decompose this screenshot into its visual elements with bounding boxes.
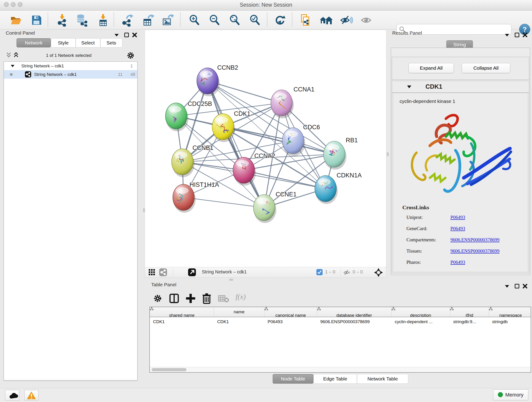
open-session-button[interactable] [10,14,22,27]
close-icon[interactable] [523,284,527,288]
panel-menu-icon[interactable] [114,34,119,36]
tab-edge-table[interactable]: Edge Table [313,374,357,384]
column-header[interactable]: @id [450,307,489,317]
tab-network[interactable]: Network [17,38,51,47]
horizontal-splitter-handle[interactable] [229,279,233,281]
zoom-out-button[interactable] [208,14,221,27]
crosslink-value[interactable]: P06493 [450,215,465,220]
hide-selected-button[interactable] [340,14,353,27]
scrollbar-thumb[interactable] [152,368,186,371]
table-cell[interactable]: CDK1 [214,317,264,326]
crosslink-value[interactable]: P06493 [450,226,465,231]
gene-section-header[interactable]: CDK1 [392,81,529,93]
save-session-button[interactable] [30,14,43,27]
table-cell[interactable]: CDK1 [150,317,214,326]
import-network-database-button[interactable] [76,14,89,27]
search-input[interactable] [407,25,509,33]
show-all-button[interactable] [360,14,373,27]
function-builder-button[interactable]: f(x) [235,293,246,301]
close-icon[interactable] [523,33,527,37]
column-header[interactable]: namespace [489,307,531,317]
table-cell[interactable]: stringdb [489,317,531,326]
chevron-double-up-icon[interactable] [14,53,18,57]
table-cell[interactable]: 9606.ENSP00000378699 [317,317,391,326]
column-header[interactable]: shared name [150,307,214,317]
chevron-double-down-icon[interactable] [7,53,11,57]
crosslink-value[interactable]: 9606.ENSP00000378699 [450,248,500,254]
warning-icon [25,390,38,400]
node-label: CDK1 [234,110,250,117]
grid-mode-button[interactable] [149,269,156,276]
tab-network-table[interactable]: Network Table [357,374,408,384]
float-icon[interactable] [125,33,128,37]
zoom-fit-button[interactable] [228,14,241,27]
node-table: shared namenamecanonical namedatabase id… [149,307,531,373]
export-table-button[interactable] [142,14,154,27]
table-cell[interactable]: cyclin-dependent ... [392,317,450,326]
network-list: String Network – cdk1 1 String Network –… [4,61,138,380]
panel-menu-icon[interactable] [505,285,509,288]
add-column-button[interactable] [186,293,196,303]
function-icon: f(x) [235,293,246,301]
table-cell[interactable]: stringdb:9... [450,317,489,326]
clone-network-button[interactable] [299,14,312,27]
hidden-filter-button[interactable] [343,269,351,276]
import-network-file-button[interactable] [56,14,69,27]
tab-style[interactable]: Style [51,38,76,47]
panel-menu-icon[interactable] [505,34,509,36]
float-icon[interactable] [515,33,519,37]
grid-icon [149,269,155,275]
network-graph[interactable]: CCNB2CCNA1CDC25BCDK1CDC6RB1CCNB1CCNA2CDK… [145,30,386,267]
view-mode-button[interactable] [159,268,167,276]
network-label: String Network – cdk1 [34,70,77,79]
column-header[interactable]: name [214,307,264,317]
export-image-button[interactable] [161,14,174,27]
left-splitter-handle[interactable] [143,208,145,212]
float-icon[interactable] [515,284,519,288]
export-network-button[interactable] [121,14,134,27]
column-header[interactable]: canonical name [264,307,317,317]
horizontal-scrollbar[interactable] [150,367,531,372]
birds-eye-button[interactable] [374,268,383,277]
show-columns-button[interactable] [169,293,179,303]
eye-icon [360,14,373,27]
network-overview-button[interactable] [320,14,333,27]
selected-filter-checkbox[interactable] [317,269,323,275]
close-icon[interactable] [133,33,136,37]
network-collection-row[interactable]: String Network – cdk1 1 [4,62,137,70]
collapse-all-button[interactable]: Collapse All [462,63,510,73]
tab-sets[interactable]: Sets [100,38,122,47]
detach-view-button[interactable] [188,268,196,276]
delete-table-button[interactable] [218,295,229,303]
table-options-button[interactable] [153,294,162,303]
warnings-button[interactable] [24,390,38,400]
tab-select[interactable]: Select [76,38,100,47]
toolbar-separator [180,12,181,27]
memory-button[interactable]: Memory [493,389,528,400]
delete-column-button[interactable] [202,293,212,304]
table-cell[interactable]: P06493 [264,317,317,326]
network-canvas[interactable]: CCNB2CCNA1CDC25BCDK1CDC6RB1CCNB1CCNA2CDK… [145,30,386,267]
right-splitter-handle[interactable] [387,152,389,156]
table-panel-header: Table Panel [148,281,532,289]
node-label: CDC6 [303,124,320,131]
disclosure-triangle-icon[interactable] [11,64,15,68]
zoom-in-button[interactable] [188,14,201,27]
expand-all-button[interactable]: Expand All [409,63,454,73]
import-table-file-button[interactable] [97,14,109,27]
memory-label: Memory [505,392,523,398]
crosslink-value[interactable]: 9606.ENSP00000378699 [450,237,500,243]
column-header-label: name [234,309,245,314]
tab-node-table[interactable]: Node Table [273,374,313,384]
column-header[interactable]: database identifier [317,307,392,317]
apply-preferred-layout-button[interactable] [273,14,286,27]
disclosure-triangle-icon[interactable] [407,85,412,89]
crosslink-value[interactable]: P06493 [450,259,465,265]
export-image-icon [161,14,174,27]
crosslink-label: Uniprot: [406,215,423,220]
network-row-selected[interactable]: String Network – cdk1 11 48 [4,70,137,79]
network-options-button[interactable] [127,51,135,60]
zoom-selected-button[interactable] [248,14,261,27]
cloud-status-button[interactable] [5,390,19,400]
column-header[interactable]: description [392,307,450,317]
